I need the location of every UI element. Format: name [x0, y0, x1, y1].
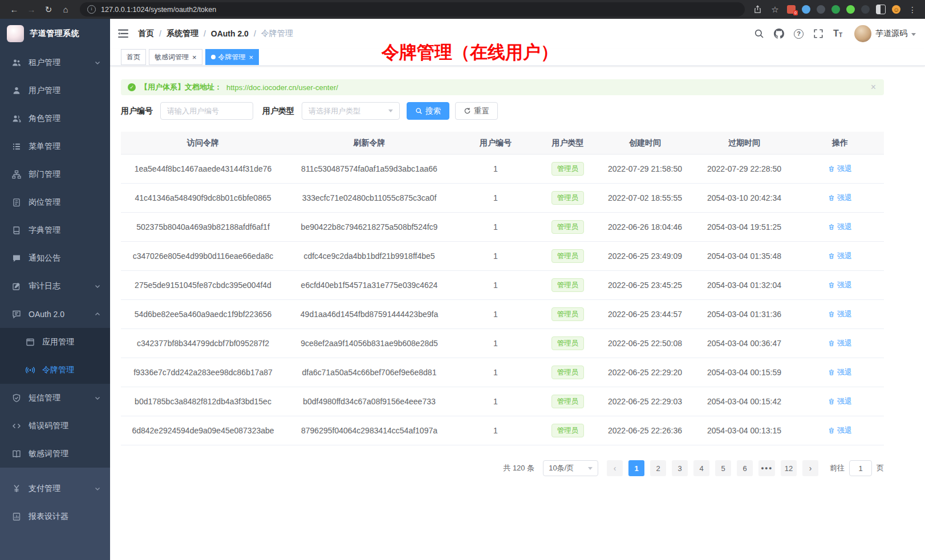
sidebar-item-report[interactable]: 报表设计器: [0, 502, 110, 530]
page-button-12[interactable]: 12: [781, 460, 797, 476]
force-logout-button[interactable]: 强退: [828, 280, 852, 290]
sidebar-item-dict[interactable]: 字典管理: [0, 216, 110, 244]
home-icon[interactable]: ⌂: [58, 3, 73, 17]
user-menu[interactable]: 芋道源码: [854, 25, 916, 42]
back-icon[interactable]: ←: [7, 3, 22, 17]
sidebar-item-oauth[interactable]: OAuth 2.0: [0, 300, 110, 328]
tab-item-active[interactable]: 令牌管理×: [205, 49, 259, 65]
page-button-4[interactable]: 4: [693, 460, 709, 476]
user-type-select[interactable]: 请选择用户类型: [302, 102, 400, 120]
sidebar-item-app[interactable]: 应用管理: [0, 328, 110, 356]
breadcrumb-item[interactable]: OAuth 2.0: [211, 29, 249, 38]
close-icon[interactable]: ×: [192, 54, 197, 61]
font-size-icon[interactable]: TT: [833, 29, 842, 38]
sidebar-item-notice[interactable]: 通知公告: [0, 244, 110, 272]
force-logout-button[interactable]: 强退: [828, 367, 852, 378]
audit-icon: [12, 282, 21, 291]
browser-profile-avatar[interactable]: ☺: [892, 5, 900, 14]
extension-icon-4[interactable]: [831, 5, 840, 14]
reload-icon[interactable]: ↻: [41, 3, 56, 17]
force-logout-button[interactable]: 强退: [828, 338, 852, 348]
extension-icon-6[interactable]: [861, 5, 870, 14]
user-id-cell: 1: [453, 416, 538, 445]
sidebar-item-menu[interactable]: 菜单管理: [0, 132, 110, 160]
goto-page-input[interactable]: [849, 460, 872, 476]
refresh-token-cell: 8796295f04064c2983414cc54af1097a: [285, 416, 453, 445]
notice-icon: [12, 254, 21, 263]
sidebar-item-label: 报表设计器: [29, 512, 101, 522]
force-logout-button[interactable]: 强退: [828, 164, 852, 174]
close-icon[interactable]: ×: [249, 54, 254, 61]
sidebar-item-user[interactable]: 用户管理: [0, 76, 110, 104]
sidebar-item-audit[interactable]: 审计日志: [0, 272, 110, 300]
sidebar-item-label: 通知公告: [29, 253, 101, 263]
split-view-icon[interactable]: [876, 5, 886, 14]
alert-close-icon[interactable]: ×: [871, 82, 876, 92]
alert-link[interactable]: https://doc.iocoder.cn/user-center/: [226, 83, 338, 92]
sidebar-item-post[interactable]: 岗位管理: [0, 188, 110, 216]
prev-page-button[interactable]: ‹: [607, 460, 623, 476]
tab-item[interactable]: 首页: [121, 49, 146, 65]
sidebar-item-dept[interactable]: 部门管理: [0, 160, 110, 188]
extension-icon-5[interactable]: [846, 5, 855, 14]
extension-icon-3[interactable]: [817, 5, 825, 14]
address-bar[interactable]: i 127.0.0.1:1024/system/oauth2/token: [80, 2, 745, 17]
app-logo[interactable]: 芋道管理系统: [0, 19, 110, 48]
sidebar-item-tenant[interactable]: 租户管理: [0, 48, 110, 76]
page-size-value: 10条/页: [549, 463, 574, 473]
column-header: 过期时间: [692, 132, 796, 155]
page-button-6[interactable]: 6: [737, 460, 753, 476]
force-logout-button[interactable]: 强退: [828, 251, 852, 261]
refresh-token-cell: be90422b8c7946218275a508bf524fc9: [285, 213, 453, 242]
sidebar-item-label: 支付管理: [29, 484, 94, 494]
expire-time-cell: 2054-03-04 19:51:25: [692, 213, 796, 242]
user-id-label: 用户编号: [121, 106, 153, 116]
table-row: c347026e805e4d99b0d116eae66eda8ccdfc4ce9…: [121, 242, 884, 271]
reset-button[interactable]: 重置: [455, 102, 498, 120]
extension-badge: 0: [793, 10, 798, 15]
fullscreen-icon[interactable]: [813, 29, 823, 39]
user-type-badge: 管理员: [551, 336, 585, 350]
help-icon[interactable]: ?: [794, 29, 804, 39]
extension-icon-2[interactable]: [802, 5, 810, 14]
sidebar-item-errcode[interactable]: 错误码管理: [0, 412, 110, 440]
hamburger-icon[interactable]: [118, 29, 129, 39]
sidebar-item-token[interactable]: 令牌管理: [0, 356, 110, 384]
access-token-cell: 54d6be82ee5a460a9aedc1f9bf223656: [121, 300, 285, 329]
bookmark-star-icon[interactable]: ☆: [769, 4, 781, 15]
tab-item[interactable]: 敏感词管理×: [149, 49, 202, 65]
forward-icon[interactable]: →: [24, 3, 39, 17]
breadcrumb-item[interactable]: 首页: [138, 29, 154, 39]
site-info-icon[interactable]: i: [87, 5, 96, 14]
force-logout-button[interactable]: 强退: [828, 222, 852, 232]
page-button-3[interactable]: 3: [672, 460, 688, 476]
search-icon[interactable]: [754, 29, 764, 39]
force-logout-button[interactable]: 强退: [828, 425, 852, 436]
github-icon[interactable]: [774, 29, 784, 39]
page-button-1[interactable]: 1: [628, 460, 644, 476]
search-button[interactable]: 搜索: [407, 102, 449, 120]
sidebar-item-sms[interactable]: 短信管理: [0, 384, 110, 412]
breadcrumb-item[interactable]: 系统管理: [167, 29, 198, 39]
extension-icon-1[interactable]: 0: [787, 5, 796, 14]
page-button-5[interactable]: 5: [715, 460, 731, 476]
more-pages-button[interactable]: ●●●: [758, 460, 775, 476]
tokens-table: 访问令牌刷新令牌用户编号用户类型创建时间过期时间操作 1ea5e44f8bc14…: [121, 132, 884, 445]
sidebar-item-pay[interactable]: 支付管理: [0, 474, 110, 502]
user-type-badge: 管理员: [551, 307, 585, 321]
filter-form: 用户编号 用户类型 请选择用户类型 搜索 重置: [121, 102, 884, 120]
refresh-token-cell: 811c530487574fa0af1a59d3abc1aa66: [285, 155, 453, 184]
user-id-input[interactable]: [160, 102, 253, 120]
share-icon[interactable]: [752, 4, 763, 15]
sidebar-item-label: 敏感词管理: [29, 449, 101, 459]
next-page-button[interactable]: ›: [802, 460, 818, 476]
table-row: f9336e7c7dd242a283ee98dc86b17a87dfa6c71a…: [121, 358, 884, 387]
page-size-select[interactable]: 10条/页: [543, 460, 598, 476]
force-logout-button[interactable]: 强退: [828, 193, 852, 203]
page-button-2[interactable]: 2: [650, 460, 666, 476]
sidebar-item-sensitive[interactable]: 敏感词管理: [0, 440, 110, 468]
sidebar-item-role[interactable]: 角色管理: [0, 104, 110, 132]
browser-menu-icon[interactable]: ⋮: [907, 5, 918, 14]
force-logout-button[interactable]: 强退: [828, 309, 852, 319]
force-logout-button[interactable]: 强退: [828, 396, 852, 407]
